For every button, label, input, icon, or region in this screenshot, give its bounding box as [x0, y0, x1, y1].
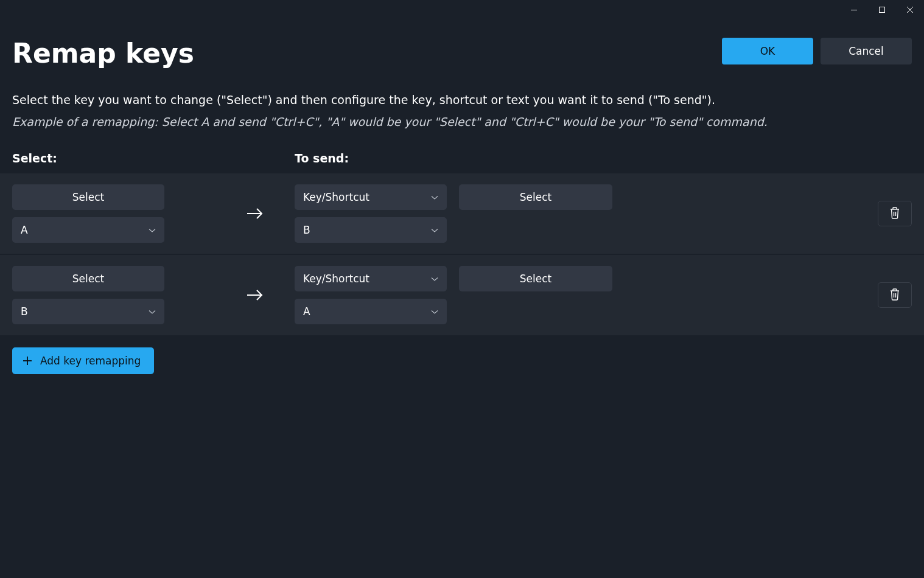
chevron-down-icon [149, 226, 156, 235]
to-select-button[interactable]: Select [459, 184, 612, 210]
from-select-button[interactable]: Select [12, 184, 164, 210]
from-key-value: B [21, 305, 28, 318]
intro-example-text: Example of a remapping: Select A and sen… [12, 115, 912, 128]
minimize-button[interactable] [840, 0, 868, 19]
mappings-list: Select A Key/Shortcut [0, 173, 924, 335]
svg-rect-0 [851, 10, 857, 10]
trash-icon [889, 288, 901, 303]
to-key-value: A [303, 305, 310, 318]
chevron-down-icon [431, 193, 438, 202]
page-title: Remap keys [12, 38, 194, 69]
arrow-icon [215, 288, 295, 302]
chevron-down-icon [431, 226, 438, 235]
arrow-icon [215, 206, 295, 221]
add-remapping-button[interactable]: Add key remapping [12, 347, 154, 374]
to-key-dropdown[interactable]: B [295, 217, 447, 243]
close-button[interactable] [896, 0, 924, 19]
from-key-value: A [21, 224, 28, 236]
titlebar [0, 0, 924, 19]
from-key-dropdown[interactable]: A [12, 217, 164, 243]
plus-icon [22, 355, 33, 366]
send-mode-value: Key/Shortcut [303, 273, 369, 285]
delete-mapping-button[interactable] [878, 201, 912, 226]
delete-mapping-button[interactable] [878, 282, 912, 308]
send-mode-dropdown[interactable]: Key/Shortcut [295, 266, 447, 291]
chevron-down-icon [431, 307, 438, 316]
to-key-dropdown[interactable]: A [295, 299, 447, 324]
column-header-send: To send: [295, 151, 349, 165]
send-mode-dropdown[interactable]: Key/Shortcut [295, 184, 447, 210]
mapping-row: Select B Key/Shortcut [0, 255, 924, 335]
chevron-down-icon [149, 307, 156, 316]
chevron-down-icon [431, 274, 438, 284]
to-select-button[interactable]: Select [459, 266, 612, 291]
trash-icon [889, 206, 901, 221]
from-key-dropdown[interactable]: B [12, 299, 164, 324]
column-header-select: Select: [12, 151, 295, 165]
mapping-row: Select A Key/Shortcut [0, 173, 924, 254]
intro-main-text: Select the key you want to change ("Sele… [12, 93, 912, 106]
send-mode-value: Key/Shortcut [303, 191, 369, 203]
ok-button[interactable]: OK [722, 38, 813, 64]
add-remapping-label: Add key remapping [40, 355, 141, 367]
maximize-button[interactable] [868, 0, 896, 19]
to-key-value: B [303, 224, 310, 236]
cancel-button[interactable]: Cancel [821, 38, 912, 64]
svg-rect-1 [880, 7, 885, 13]
from-select-button[interactable]: Select [12, 266, 164, 291]
